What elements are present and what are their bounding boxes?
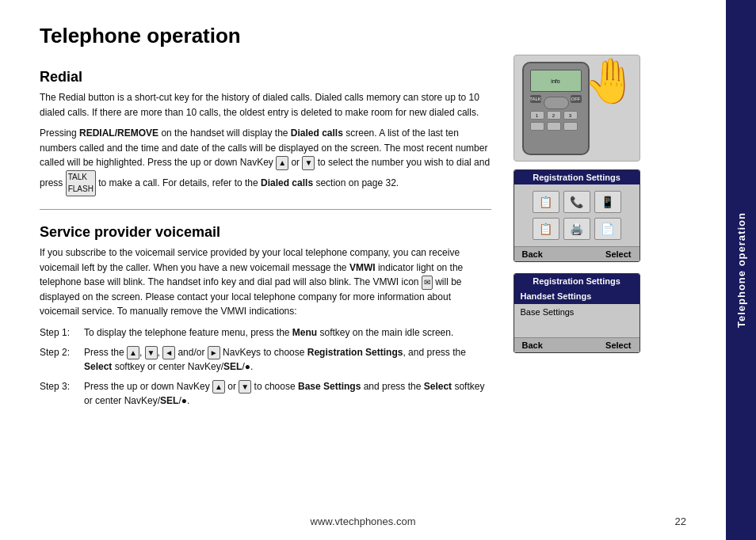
step3-text: Press the up or down NavKey ▲ or ▼ to ch…: [84, 379, 491, 409]
reg-icon-4: 📋: [533, 218, 559, 240]
content-area: Redial The Redial button is a short-cut …: [40, 55, 702, 413]
reg-panel1-footer: Back Select: [514, 246, 640, 261]
off-button: OFF: [571, 95, 582, 103]
panel1-back-btn[interactable]: Back: [522, 249, 543, 259]
step1-label: Step 1:: [40, 325, 78, 340]
panel2-select-btn[interactable]: Select: [605, 340, 631, 350]
panel1-select-btn[interactable]: Select: [605, 249, 631, 259]
redial-heading: Redial: [40, 69, 491, 86]
navkey-down2-icon: ▼: [239, 380, 251, 394]
hand-icon: 🤚: [583, 59, 638, 103]
menu-item-handset[interactable]: Handset Settings: [514, 288, 640, 304]
menu-item-base[interactable]: Base Settings: [514, 304, 640, 320]
panel2-back-btn[interactable]: Back: [522, 340, 543, 350]
page-number: 22: [675, 515, 686, 527]
step-3: Step 3: Press the up or down NavKey ▲ or…: [40, 379, 491, 409]
footer-url: www.vtechphones.com: [311, 515, 416, 527]
key-1: 1: [530, 111, 544, 120]
nav-up-icon: ▲: [127, 346, 139, 360]
key-5: [547, 122, 561, 131]
main-content: Telephone operation Redial The Redial bu…: [0, 0, 726, 540]
navkey-up-icon: ▲: [276, 156, 288, 170]
key-6: [563, 122, 578, 131]
step-1: Step 1: To display the telephone feature…: [40, 325, 491, 340]
step3-label: Step 3:: [40, 379, 78, 409]
nav-down-icon: ▼: [145, 346, 158, 360]
images-area: info TALK OFF 1 2 3: [507, 55, 646, 413]
reg-panel-2: Registration Settings Handset Settings B…: [514, 273, 640, 353]
talk-button: TALK: [530, 95, 541, 103]
vmwi-icon: ✉: [422, 276, 433, 290]
key-3: 3: [563, 111, 578, 120]
keypad: 1 2 3: [530, 111, 578, 131]
step1-text: To display the telephone feature menu, p…: [84, 325, 491, 340]
key-4: [530, 122, 544, 131]
step-2: Step 2: Press the ▲, ▼, ◄ and/or ► NavKe…: [40, 345, 491, 375]
sidebar-label: Telephone operation: [735, 212, 747, 328]
voicemail-para: If you subscribe to the voicemail servic…: [40, 245, 491, 319]
phone-image: info TALK OFF 1 2 3: [514, 55, 640, 162]
voicemail-heading: Service provider voicemail: [40, 224, 491, 241]
redial-para1: The Redial button is a short-cut key for…: [40, 90, 491, 120]
reg-panel1-title: Registration Settings: [514, 170, 640, 184]
steps-list: Step 1: To display the telephone feature…: [40, 325, 491, 409]
nav-key: [544, 97, 569, 109]
talk-key: TALKFLASH: [66, 170, 96, 196]
reg-icon-5: 🖨️: [563, 218, 590, 240]
redial-para2: Pressing REDIAL/REMOVE on the handset wi…: [40, 126, 491, 196]
nav-left-icon: ◄: [162, 346, 175, 360]
icon-row-1: 📋 📞 📱: [522, 191, 632, 213]
step2-text: Press the ▲, ▼, ◄ and/or ► NavKeys to ch…: [84, 345, 491, 375]
navkey-down-icon: ▼: [302, 156, 315, 170]
nav-right-icon: ►: [208, 346, 220, 360]
handset-screen: info: [530, 70, 582, 92]
key-2: 2: [547, 111, 561, 120]
footer: www.vtechphones.com 22: [0, 515, 726, 527]
step2-label: Step 2:: [40, 345, 78, 375]
screen-label: info: [551, 78, 559, 84]
section-divider: [40, 209, 491, 210]
reg-icon-1: 📋: [533, 191, 559, 213]
reg-panel2-title: Registration Settings: [514, 274, 640, 288]
reg-panel1-icons: 📋 📞 📱 📋 🖨️ 📄: [514, 184, 640, 246]
reg-panel-1: Registration Settings 📋 📞 📱 📋 🖨️ 📄: [514, 169, 640, 262]
text-area: Redial The Redial button is a short-cut …: [40, 55, 491, 413]
reg-icon-2: 📞: [563, 191, 590, 213]
sidebar: Telephone operation: [726, 0, 756, 540]
handset-body: info TALK OFF 1 2 3: [522, 62, 590, 155]
menu-spacer: [514, 320, 640, 337]
reg-panel2-menu: Handset Settings Base Settings: [514, 288, 640, 337]
reg-panel2-footer: Back Select: [514, 337, 640, 352]
reg-icon-6: 📄: [594, 218, 621, 240]
navkey-up2-icon: ▲: [212, 380, 225, 394]
reg-icon-3: 📱: [594, 191, 621, 213]
page-title: Telephone operation: [40, 24, 702, 48]
icon-row-2: 📋 🖨️ 📄: [522, 218, 632, 240]
